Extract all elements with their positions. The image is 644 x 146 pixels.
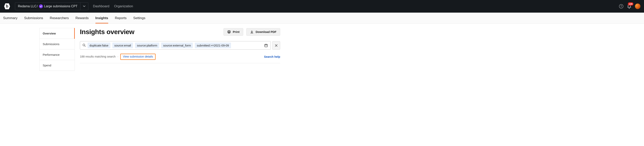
page-title: Insights overview xyxy=(80,28,134,36)
search-icon xyxy=(82,44,86,48)
page-head: Insights overview Print Download PDF xyxy=(80,28,280,36)
view-details-highlight: View submission details xyxy=(120,54,156,60)
tab-summary[interactable]: Summary xyxy=(3,13,18,24)
svg-text:?: ? xyxy=(620,5,622,8)
topbar-right: ? 128 xyxy=(619,0,640,13)
tab-rewards[interactable]: Rewards xyxy=(75,13,88,24)
result-divider: · xyxy=(118,55,118,58)
tab-researchers[interactable]: Researchers xyxy=(50,13,69,24)
sidebar-item-spend[interactable]: Spend xyxy=(40,60,74,71)
svg-line-9 xyxy=(84,46,86,47)
search-input[interactable]: duplicate:false source:email source:plat… xyxy=(80,41,271,50)
logo[interactable]: b xyxy=(3,2,11,10)
svg-rect-10 xyxy=(265,44,268,47)
svg-text:b: b xyxy=(6,4,8,8)
head-actions: Print Download PDF xyxy=(224,28,280,36)
breadcrumb-slash: / xyxy=(37,5,38,8)
avatar[interactable] xyxy=(635,4,640,9)
search-chip[interactable]: submitted:>=2021-09-09 xyxy=(195,43,231,48)
download-label: Download PDF xyxy=(256,30,276,34)
result-left: 188 results matching search · View submi… xyxy=(80,54,156,60)
print-icon xyxy=(227,30,231,34)
search-chip[interactable]: source:email xyxy=(112,43,133,48)
content: Overview Submissions Performance Spend I… xyxy=(0,24,644,71)
search-chip[interactable]: source:platform xyxy=(135,43,159,48)
calendar-icon xyxy=(264,44,268,47)
date-picker-button[interactable] xyxy=(263,44,269,47)
download-icon xyxy=(250,30,254,34)
tab-settings[interactable]: Settings xyxy=(133,13,145,24)
view-submission-details-link[interactable]: View submission details xyxy=(123,55,153,58)
tab-insights[interactable]: Insights xyxy=(96,13,108,24)
search-chips: duplicate:false source:email source:plat… xyxy=(88,43,262,48)
subnav: Summary Submissions Researchers Rewards … xyxy=(0,13,644,24)
program-selector-caret[interactable] xyxy=(80,3,88,10)
notifications-button[interactable]: 128 xyxy=(627,4,632,9)
result-row: 188 results matching search · View submi… xyxy=(80,54,280,63)
print-button[interactable]: Print xyxy=(224,28,243,36)
tab-submissions[interactable]: Submissions xyxy=(24,13,43,24)
sidebar-item-submissions[interactable]: Submissions xyxy=(40,39,74,49)
nav-organization[interactable]: Organization xyxy=(114,4,133,8)
close-icon xyxy=(275,44,278,47)
result-count: 188 results matching search xyxy=(80,55,116,58)
download-pdf-button[interactable]: Download PDF xyxy=(246,28,280,36)
search-help-link[interactable]: Search help xyxy=(264,55,280,58)
program-selector-label[interactable]: Redama LLC / Large submissions CPT xyxy=(15,3,80,10)
program-name: Large submissions CPT xyxy=(44,5,78,8)
search-chip[interactable]: duplicate:false xyxy=(88,43,110,48)
tab-reports[interactable]: Reports xyxy=(115,13,127,24)
help-icon[interactable]: ? xyxy=(619,4,624,9)
sidebar-item-performance[interactable]: Performance xyxy=(40,49,74,60)
searchbar-wrap: duplicate:false source:email source:plat… xyxy=(80,41,280,50)
main: Insights overview Print Download PDF xyxy=(80,28,280,71)
nav-dashboard[interactable]: Dashboard xyxy=(93,4,110,8)
svg-rect-6 xyxy=(228,32,230,33)
sidebar-item-overview[interactable]: Overview xyxy=(40,28,74,39)
clear-search-button[interactable] xyxy=(272,41,280,50)
top-nav: Dashboard Organization xyxy=(93,4,133,8)
topbar: b Redama LLC / Large submissions CPT Das… xyxy=(0,0,644,13)
verified-icon xyxy=(39,4,43,8)
program-selector[interactable]: Redama LLC / Large submissions CPT xyxy=(15,2,88,10)
sidebar: Overview Submissions Performance Spend xyxy=(39,28,75,71)
print-label: Print xyxy=(233,30,240,34)
org-name: Redama LLC xyxy=(18,5,36,8)
notification-count-badge: 128 xyxy=(628,2,633,6)
svg-rect-5 xyxy=(228,31,230,33)
search-chip[interactable]: source:external_form xyxy=(161,43,193,48)
